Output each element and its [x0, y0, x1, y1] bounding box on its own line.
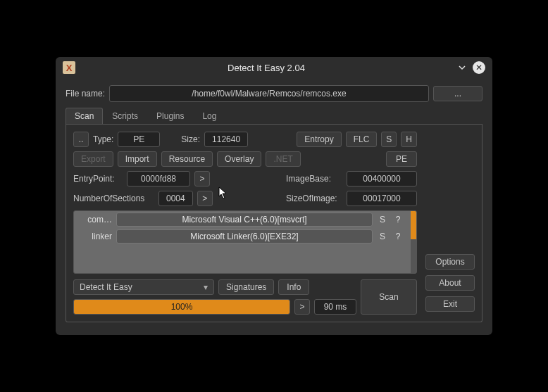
- result-list: com… Microsoft Visual C++(6.0)[msvcrt] S…: [73, 210, 417, 274]
- scan-button[interactable]: Scan: [361, 279, 417, 315]
- entrypoint-label: EntryPoint:: [73, 174, 123, 184]
- scan-time-field: 90 ms: [314, 299, 356, 315]
- result-help-button[interactable]: ?: [392, 232, 404, 241]
- panel-main: .. Type: PE Size: 112640 Entropy FLC S H…: [73, 132, 417, 315]
- tab-plugins[interactable]: Plugins: [147, 108, 193, 124]
- filename-label: File name:: [66, 89, 105, 99]
- app-icon: X: [63, 61, 75, 74]
- close-icon[interactable]: ✕: [473, 61, 485, 74]
- file-row: File name: /home/f0wl/Malware/Remcos/rem…: [66, 85, 482, 102]
- overlay-button[interactable]: Overlay: [217, 151, 261, 167]
- cursor-icon: [218, 186, 230, 201]
- resource-button[interactable]: Resource: [161, 151, 213, 167]
- export-button: Export: [73, 151, 113, 167]
- side-buttons: Options About Exit: [425, 132, 475, 315]
- updir-button[interactable]: ..: [73, 132, 89, 147]
- size-field[interactable]: 112640: [204, 132, 248, 147]
- about-button[interactable]: About: [425, 275, 475, 291]
- result-help-button[interactable]: ?: [392, 215, 404, 225]
- result-value[interactable]: Microsoft Linker(6.0)[EXE32]: [116, 229, 373, 244]
- flc-button[interactable]: FLC: [346, 132, 378, 147]
- tab-scripts[interactable]: Scripts: [103, 108, 147, 124]
- entrypoint-field[interactable]: 0000fd88: [127, 171, 190, 186]
- imagebase-field[interactable]: 00400000: [347, 171, 417, 186]
- result-row: linker Microsoft Linker(6.0)[EXE32] S ?: [74, 228, 416, 245]
- titlebar: X Detect It Easy 2.04 ✕: [56, 57, 492, 78]
- scrollbar[interactable]: [411, 211, 416, 273]
- result-s-button[interactable]: S: [377, 232, 388, 241]
- app-window: X Detect It Easy 2.04 ✕ File name: /home…: [56, 57, 492, 335]
- entropy-button[interactable]: Entropy: [297, 132, 341, 147]
- net-button: .NET: [266, 151, 300, 167]
- type-field[interactable]: PE: [118, 132, 160, 147]
- tab-bar: Scan Scripts Plugins Log: [66, 108, 482, 125]
- progress-text: 100%: [74, 300, 289, 314]
- filename-input[interactable]: /home/f0wl/Malware/Remcos/remcos.exe: [109, 85, 429, 102]
- h-button[interactable]: H: [401, 132, 417, 147]
- tab-scan[interactable]: Scan: [66, 108, 103, 124]
- s-button[interactable]: S: [381, 132, 397, 147]
- mode-select-label: Detect It Easy: [80, 282, 132, 292]
- signatures-button[interactable]: Signatures: [218, 279, 274, 295]
- tab-log[interactable]: Log: [193, 108, 225, 124]
- scrollbar-thumb[interactable]: [411, 211, 416, 239]
- sizeofimage-field[interactable]: 00017000: [347, 191, 417, 206]
- sizeofimage-label: SizeOfImage:: [286, 194, 342, 203]
- numsections-label: NumberOfSections: [73, 194, 154, 203]
- imagebase-label: ImageBase:: [286, 174, 342, 184]
- content-area: File name: /home/f0wl/Malware/Remcos/rem…: [56, 78, 492, 335]
- minimize-icon[interactable]: [456, 61, 468, 74]
- result-value[interactable]: Microsoft Visual C++(6.0)[msvcrt]: [116, 213, 373, 227]
- result-s-button[interactable]: S: [377, 215, 388, 225]
- type-label: Type:: [93, 134, 113, 144]
- pe-button[interactable]: PE: [386, 151, 417, 167]
- exit-button[interactable]: Exit: [425, 296, 475, 312]
- browse-button[interactable]: ...: [433, 86, 482, 101]
- numsections-go-button[interactable]: >: [197, 191, 213, 206]
- options-button[interactable]: Options: [425, 254, 475, 270]
- size-label: Size:: [181, 134, 200, 144]
- info-button[interactable]: Info: [278, 279, 309, 295]
- result-type: com…: [77, 215, 112, 225]
- import-button[interactable]: Import: [118, 151, 157, 167]
- scan-panel: .. Type: PE Size: 112640 Entropy FLC S H…: [66, 125, 482, 322]
- window-title: Detect It Easy 2.04: [81, 63, 452, 73]
- progress-go-button[interactable]: >: [294, 299, 310, 315]
- numsections-field[interactable]: 0004: [158, 191, 193, 206]
- result-type: linker: [77, 232, 112, 241]
- entrypoint-go-button[interactable]: >: [194, 171, 210, 186]
- progress-bar: 100%: [73, 299, 290, 315]
- result-row: com… Microsoft Visual C++(6.0)[msvcrt] S…: [74, 211, 416, 228]
- chevron-down-icon: ▾: [204, 282, 208, 292]
- mode-select[interactable]: Detect It Easy ▾: [73, 279, 214, 295]
